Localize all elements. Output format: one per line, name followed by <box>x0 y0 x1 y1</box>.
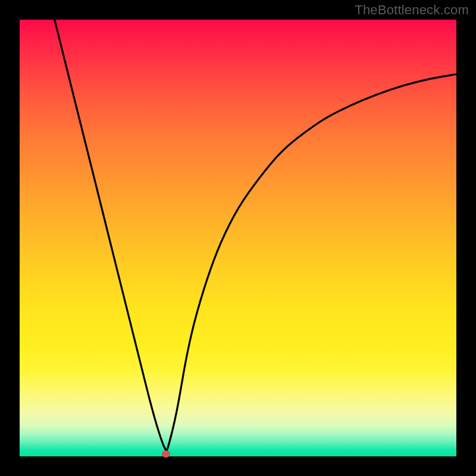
plot-area <box>20 20 456 456</box>
curve-svg <box>20 20 456 456</box>
watermark-text: TheBottleneck.com <box>355 2 469 18</box>
optimal-point-marker <box>162 450 170 458</box>
chart-frame: TheBottleneck.com <box>0 0 476 476</box>
bottleneck-curve <box>55 20 456 450</box>
